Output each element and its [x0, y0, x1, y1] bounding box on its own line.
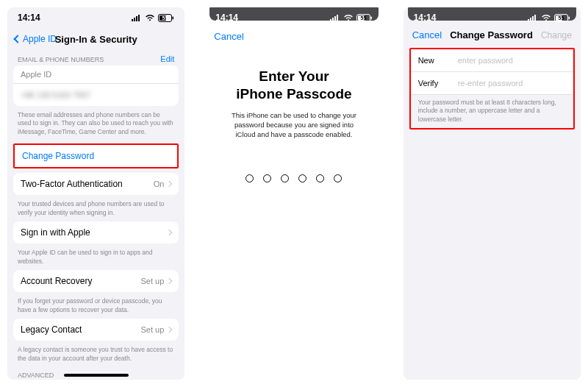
siwa-label: Sign in with Apple [21, 227, 90, 238]
status-indicators: 55 [528, 14, 570, 22]
status-time: 14:14 [414, 13, 437, 23]
home-indicator[interactable] [64, 374, 129, 377]
svg-text:55: 55 [360, 15, 366, 21]
group-2fa: Two-Factor Authentication On [13, 173, 179, 195]
chevron-right-icon [166, 230, 172, 235]
passcode-desc: This iPhone can be used to change your p… [205, 103, 382, 140]
footer-siwa: Your Apple ID can be used to sign in to … [7, 246, 184, 270]
content-scroll[interactable]: EMAIL & PHONE NUMBERS Edit Apple ID +86 … [7, 50, 184, 380]
svg-rect-3 [138, 15, 140, 21]
passcode-title: Enter YouriPhone Passcode [205, 68, 382, 103]
signal-icon [528, 14, 538, 21]
change-password-button[interactable]: Change Password [15, 145, 177, 167]
wifi-icon [145, 14, 155, 21]
back-button[interactable]: Apple ID [15, 34, 57, 44]
pin-dot [245, 174, 254, 182]
row-new-password[interactable]: New enter password [411, 49, 573, 72]
two-factor-label: Two-Factor Authentication [21, 179, 123, 189]
battery-icon: 55 [554, 14, 570, 22]
new-label: New [418, 56, 458, 65]
new-password-input[interactable]: enter password [458, 56, 566, 65]
status-time: 14:14 [18, 13, 40, 23]
two-factor-value: On [154, 180, 172, 188]
group-recovery: Account Recovery Set up [13, 270, 179, 292]
nav-bar: Cancel Change Password Change [404, 25, 581, 48]
svg-rect-10 [334, 16, 336, 21]
status-time: 14:14 [215, 13, 238, 23]
cell-siwa[interactable]: Sign in with Apple [13, 221, 179, 244]
cell-two-factor[interactable]: Two-Factor Authentication On [13, 173, 179, 195]
screen-signin-security: 14:14 55 Apple ID Sign-In & Security EMA… [7, 7, 184, 380]
battery-icon: 55 [158, 14, 174, 22]
svg-rect-0 [132, 19, 133, 21]
svg-rect-14 [370, 16, 372, 19]
svg-rect-2 [136, 16, 137, 21]
cancel-button[interactable]: Cancel [412, 29, 442, 40]
chevron-right-icon [166, 181, 172, 187]
section-header-email: EMAIL & PHONE NUMBERS Edit [7, 50, 184, 65]
svg-rect-11 [337, 15, 338, 21]
back-label: Apple ID [23, 34, 57, 44]
svg-text:55: 55 [162, 15, 168, 21]
cell-apple-id[interactable]: Apple ID [13, 65, 179, 84]
screen-enter-passcode: 14:14 55 Cancel Enter YouriPhone Passcod… [205, 7, 382, 380]
chevron-left-icon [13, 35, 21, 43]
verify-label: Verify [418, 79, 458, 88]
cell-phone[interactable]: +86 130 5163 7957 [13, 84, 179, 106]
svg-text:55: 55 [559, 15, 564, 21]
cancel-button[interactable]: Cancel [214, 31, 243, 42]
nav-bar: Apple ID Sign-In & Security [7, 28, 184, 50]
wifi-icon [343, 14, 354, 21]
svg-rect-16 [528, 19, 529, 21]
svg-rect-18 [532, 16, 534, 21]
password-form-highlight: New enter password Verify re-enter passw… [409, 48, 575, 129]
change-button[interactable]: Change [541, 30, 572, 40]
status-bar: 14:14 55 [7, 7, 184, 28]
status-bar: 14:14 55 [404, 7, 581, 28]
svg-rect-19 [534, 15, 536, 21]
footer-2fa: Your trusted devices and phone numbers a… [7, 198, 184, 221]
svg-rect-17 [530, 18, 531, 21]
change-password-label: Change Password [22, 151, 94, 161]
battery-icon: 55 [356, 14, 373, 22]
chevron-right-icon [166, 278, 172, 284]
recovery-label: Account Recovery [21, 276, 92, 286]
signal-icon [330, 14, 340, 21]
status-indicators: 55 [132, 14, 174, 22]
phone-value: +86 130 5163 7957 [21, 90, 90, 99]
footer-recovery: If you forget your password or device pa… [7, 295, 184, 319]
svg-rect-1 [134, 18, 135, 21]
group-legacy: Legacy Contact Set up [13, 319, 179, 341]
svg-rect-6 [173, 16, 174, 19]
cell-recovery[interactable]: Account Recovery Set up [13, 270, 179, 292]
status-bar: 14:14 55 [205, 7, 382, 28]
footer-legacy: A legacy contact is someone you trust to… [7, 344, 184, 367]
pin-dot [298, 174, 306, 182]
group-change-password-highlight: Change Password [13, 143, 179, 168]
wifi-icon [541, 14, 551, 21]
legacy-label: Legacy Contact [21, 324, 82, 335]
svg-rect-8 [330, 19, 331, 21]
pin-dot [263, 174, 271, 182]
group-siwa: Sign in with Apple [13, 221, 179, 244]
page-title: Change Password [450, 29, 533, 40]
verify-password-input[interactable]: re-enter password [458, 79, 566, 88]
svg-rect-9 [332, 18, 334, 21]
nav-bar: Cancel [205, 25, 382, 47]
row-verify-password[interactable]: Verify re-enter password [411, 72, 573, 95]
footer-email: These email addresses and phone numbers … [7, 109, 184, 141]
edit-button[interactable]: Edit [160, 54, 174, 63]
status-indicators: 55 [330, 14, 373, 22]
pin-dot [316, 174, 324, 182]
pin-dot [281, 174, 289, 182]
cell-legacy[interactable]: Legacy Contact Set up [13, 319, 179, 341]
screen-change-password: 14:14 55 Cancel Change Password Change N… [404, 7, 581, 380]
group-contacts: Apple ID +86 130 5163 7957 [13, 65, 179, 106]
apple-id-label: Apple ID [21, 70, 51, 79]
signal-icon [132, 14, 142, 21]
passcode-input[interactable] [205, 174, 382, 182]
chevron-right-icon [166, 327, 172, 333]
svg-rect-22 [568, 16, 570, 19]
pin-dot [334, 174, 342, 182]
page-title: Sign-In & Security [55, 34, 137, 45]
